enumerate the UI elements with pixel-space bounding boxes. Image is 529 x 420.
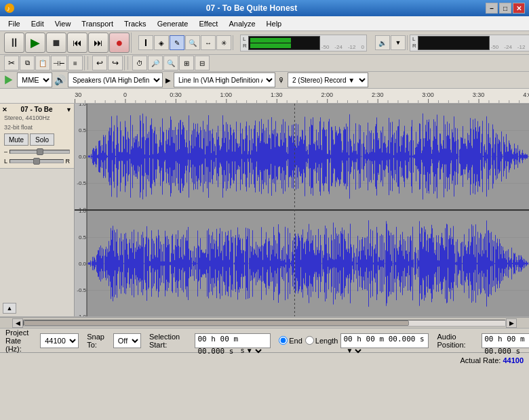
maximize-button[interactable]: □ [499,3,511,14]
zoom-tool[interactable]: 🔍 [185,35,200,50]
input-lr-label: LR [412,36,416,49]
input-vu-scale-n12: -12 [517,44,526,50]
play-button[interactable]: ▶ [25,33,45,53]
undo-button[interactable]: ↩ [92,56,107,70]
end-label: End [289,337,302,345]
gain-controls: 🔉 ▼ [374,35,408,50]
selection-start-unit[interactable]: s ▼ [238,343,264,358]
pan-l-label: L [4,158,7,165]
menu-analyze[interactable]: Analyze [223,16,260,30]
gain-dropdown[interactable]: ▼ [391,35,406,50]
vu-scale-n12: -12 [348,44,356,50]
mute-button[interactable]: Mute [4,133,28,146]
length-radio-label[interactable]: Length [305,336,338,345]
zoom-out-button[interactable]: 🔍 [163,56,178,70]
menu-generate[interactable]: Generate [152,16,194,30]
actual-rate-value: 44100 [503,356,524,364]
multi-tool[interactable]: ✳ [216,35,231,50]
end-length-unit[interactable]: ▼ [343,343,364,358]
pause-button[interactable]: ⏸ [4,33,24,53]
titlebar: ♪ 07 - To Be Quite Honest – □ ✕ [0,0,529,16]
redo-button[interactable]: ↪ [108,56,123,70]
gain-icon: – [4,148,7,155]
zoom-sel-button[interactable]: ⊟ [195,56,210,70]
toolbar-container: ⏸ ▶ ■ ⏮ ⏭ ● I ◈ ✎ 🔍 ↔ ✳ LR [0,31,529,89]
copy-button[interactable]: ⧉ [20,56,35,70]
snap-to-select[interactable]: Off [113,333,141,348]
bottom-controls: Project Rate (Hz): 44100 Snap To: Off Se… [0,328,529,352]
gain-down[interactable]: 🔉 [375,35,390,50]
pan-slider[interactable] [9,159,63,163]
scroll-left-button[interactable]: ◀ [12,318,23,328]
track-dropdown-icon[interactable]: ▼ [66,106,72,113]
track-header: ✕ 07 - To Be ▼ Stereo, 44100Hz 32-bit fl… [0,104,74,169]
end-length-value: 00 h 00 m 00.000 s [343,335,424,343]
menu-edit[interactable]: Edit [26,16,50,30]
scroll-thumb[interactable] [24,320,409,326]
record-channels-select[interactable]: 2 (Stereo) Record ▼ [288,72,368,87]
selection-start-control: Selection Start: 00 h 00 m 00.000 s s ▼ [149,333,271,349]
scroll-track[interactable] [23,320,506,327]
pan-r-label: R [66,158,71,165]
audio-position-value: 00 h 00 m 00.000 s [484,335,525,356]
close-button[interactable]: ✕ [513,3,525,14]
output-lr-label: LR [243,36,247,49]
selection-start-label: Selection Start: [149,333,192,349]
draw-tool[interactable]: ✎ [170,35,184,50]
menu-transport[interactable]: Transport [76,16,119,30]
snap-to-control: Snap To: Off [87,333,141,349]
length-label: Length [315,337,338,345]
menu-file[interactable]: File [3,16,26,30]
waveform-canvas [75,104,529,316]
minimize-button[interactable]: – [486,3,498,14]
menu-effect[interactable]: Effect [194,16,224,30]
envelope-tool[interactable]: ◈ [154,35,169,50]
end-radio-label[interactable]: End [279,336,302,345]
project-rate-select[interactable]: 44100 [40,333,79,348]
window-title: 07 - To Be Quite Honest [18,3,486,13]
solo-button[interactable]: Solo [30,133,54,146]
scroll-right-button[interactable]: ▶ [506,318,517,328]
tool-buttons: I ◈ ✎ 🔍 ↔ ✳ [137,35,233,50]
input-vu-scale-n50: -50 [491,44,499,50]
time-ruler [0,89,529,104]
close-track-icon[interactable]: ✕ [2,106,7,113]
fit-button[interactable]: ⊞ [179,56,194,70]
menu-help[interactable]: Help [261,16,288,30]
input-device-select[interactable]: Line In (VIA High Definition Au... [174,72,275,87]
snap-to-label: Snap To: [87,333,111,349]
selection-start-value: 00 h 00 m 00.000 s [197,335,238,356]
sync-tools: ⏱ 🔎 🔍 ⊞ ⊟ [131,56,211,70]
skip-back-button[interactable]: ⏮ [67,33,87,53]
trim-button[interactable]: ⊣⊢ [51,56,67,70]
input-vu-scale-n24: -24 [504,44,512,50]
select-tool[interactable]: I [138,35,153,50]
collapse-button[interactable]: ▲ [3,303,16,314]
silence-button[interactable]: ≡ [68,56,83,70]
vu-scale-n24: -24 [334,44,342,50]
record-button[interactable]: ● [109,33,130,53]
edit-tools: ✂ ⧉ 📋 ⊣⊢ ≡ [3,56,85,70]
cut-button[interactable]: ✂ [4,56,19,70]
menu-view[interactable]: View [50,16,77,30]
end-radio[interactable] [279,336,288,345]
app-icon: ♪ [4,3,18,14]
zoom-in-button[interactable]: 🔎 [148,56,163,70]
svg-text:♪: ♪ [7,5,10,12]
audio-position-unit[interactable]: ▼ [525,343,529,358]
audio-host-select[interactable]: MME [17,72,52,87]
speaker-icon: 🔊 [54,75,66,85]
stop-button[interactable]: ■ [46,33,66,53]
length-radio[interactable] [305,336,314,345]
sync-button[interactable]: ⏱ [132,56,147,70]
skip-fwd-button[interactable]: ⏭ [88,33,109,53]
track-label-panel: ✕ 07 - To Be ▼ Stereo, 44100Hz 32-bit fl… [0,104,75,316]
paste-button[interactable]: 📋 [35,56,50,70]
gain-slider[interactable] [9,150,70,154]
timeshift-tool[interactable]: ↔ [201,35,216,50]
window-controls: – □ ✕ [486,3,525,14]
audio-position-label: Audio Position: [437,333,479,349]
menu-tracks[interactable]: Tracks [119,16,152,30]
vu-scale-n50: -50 [321,44,330,50]
output-device-select[interactable]: Speakers (VIA High Definition A... [68,72,163,87]
